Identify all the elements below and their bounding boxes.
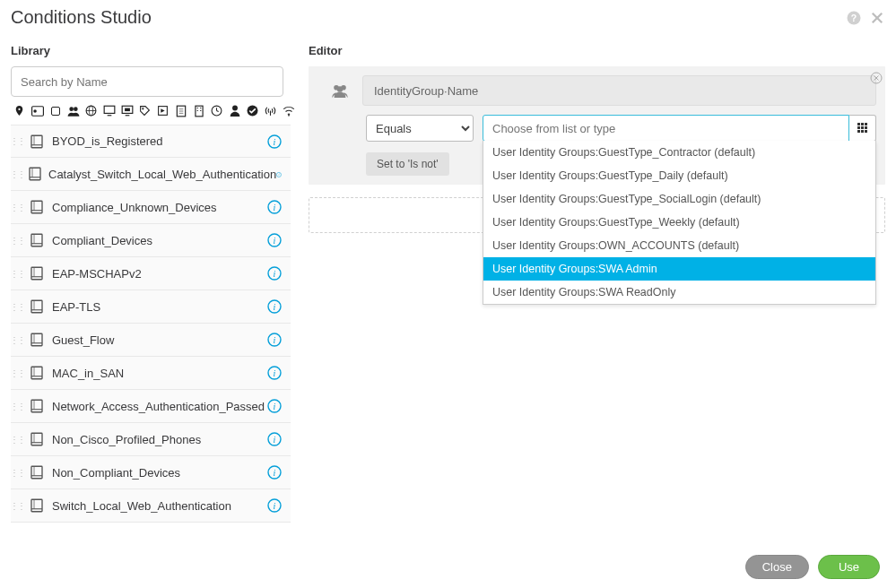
svg-text:?: ? [851,12,857,22]
clear-condition-icon[interactable] [870,72,883,84]
condition-icon [27,264,47,283]
svg-rect-23 [195,106,202,117]
library-item[interactable]: ⋮⋮EAP-MSCHAPv2i [11,257,291,290]
condition-icon [27,496,47,515]
attribute-field[interactable]: IdentityGroup·Name [362,75,876,106]
tag-icon[interactable] [136,102,153,119]
info-icon[interactable]: i [267,200,282,214]
drag-handle-icon[interactable]: ⋮⋮ [11,257,23,290]
condition-icon [27,297,47,316]
library-item[interactable]: ⋮⋮Switch_Local_Web_Authenticationi [11,489,291,523]
info-icon[interactable]: i [267,432,282,446]
svg-rect-12 [104,106,115,113]
info-icon[interactable]: i [267,465,282,480]
drag-handle-icon[interactable]: ⋮⋮ [11,357,23,389]
library-panel: Library ⋮⋮BYOD_is_Registeredi⋮⋮Catalyst_… [0,33,309,523]
info-icon[interactable]: i [267,266,282,281]
library-item[interactable]: ⋮⋮BYOD_is_Registeredi [11,125,291,158]
svg-rect-90 [31,499,42,512]
monitor-icon[interactable] [100,102,117,119]
pin-icon[interactable] [11,102,28,119]
check-icon[interactable] [244,102,261,119]
set-isnot-button[interactable]: Set to 'Is not' [366,152,449,176]
info-icon[interactable]: i [276,167,282,181]
building-icon[interactable] [190,102,207,119]
info-icon[interactable]: i [267,333,282,347]
library-item[interactable]: ⋮⋮Non_Cisco_Profiled_Phonesi [11,423,291,456]
svg-rect-85 [31,466,42,479]
library-item-label: EAP-TLS [52,300,267,314]
close-button[interactable]: Close [745,555,809,579]
library-item[interactable]: ⋮⋮EAP-TLSi [11,290,291,324]
doc-icon[interactable] [172,102,189,119]
antenna-icon[interactable] [262,102,279,119]
operator-select[interactable]: Equals [366,115,474,142]
svg-text:i: i [274,368,276,378]
library-item-label: MAC_in_SAN [52,367,267,380]
dropdown-item[interactable]: User Identity Groups:SWA ReadOnly [483,281,875,304]
info-icon[interactable]: i [267,134,282,149]
svg-point-17 [142,108,144,109]
square-icon[interactable] [47,102,64,119]
info-icon[interactable]: i [267,498,282,513]
value-input[interactable] [483,115,849,142]
library-item[interactable]: ⋮⋮Non_Compliant_Devicesi [11,456,291,489]
user-icon[interactable] [226,102,243,119]
svg-rect-70 [31,367,42,379]
identity-group-icon [318,83,362,98]
dropdown-item[interactable]: User Identity Groups:GuestType_Daily (de… [483,164,875,187]
info-icon[interactable]: i [267,399,282,413]
dropdown-item[interactable]: User Identity Groups:SWA Admin [483,257,875,281]
monitor2-icon[interactable] [118,102,135,119]
close-icon[interactable] [869,10,885,26]
svg-text:i: i [274,402,276,411]
svg-line-30 [217,111,219,112]
library-item[interactable]: ⋮⋮Catalyst_Switch_Local_Web_Authenticati… [11,158,291,191]
svg-rect-40 [30,168,40,180]
drag-handle-icon[interactable]: ⋮⋮ [11,290,23,323]
dropdown-item[interactable]: User Identity Groups:GuestType_Weekly (d… [483,211,875,234]
condition-icon [27,330,47,350]
info-icon[interactable]: i [267,233,282,247]
globe-icon[interactable] [83,102,100,119]
svg-point-100 [337,86,343,91]
value-picker-button[interactable] [849,115,876,142]
wifi-icon[interactable] [280,102,297,119]
search-input[interactable] [11,66,283,97]
library-item[interactable]: ⋮⋮Compliant_Devicesi [11,224,291,257]
category-icon-row [11,102,309,119]
library-item-label: BYOD_is_Registered [52,134,267,148]
svg-text:i: i [279,174,280,177]
svg-rect-45 [31,201,42,213]
svg-point-5 [33,109,37,113]
svg-text:i: i [274,501,276,511]
drag-handle-icon[interactable]: ⋮⋮ [11,456,23,489]
clock-icon[interactable] [208,102,225,119]
users-icon[interactable] [65,102,82,119]
info-icon[interactable]: i [267,299,282,314]
library-item[interactable]: ⋮⋮Guest_Flowi [11,324,291,357]
svg-rect-25 [200,107,201,108]
drag-handle-icon[interactable]: ⋮⋮ [11,224,23,256]
editor-panel: Editor IdentityGroup·Name Equals User Id… [309,33,896,523]
dropdown-item[interactable]: User Identity Groups:GuestType_Contracto… [483,141,875,164]
dropdown-item[interactable]: User Identity Groups:OWN_ACCOUNTS (defau… [483,234,875,257]
library-list: ⋮⋮BYOD_is_Registeredi⋮⋮Catalyst_Switch_L… [11,125,291,523]
drag-handle-icon[interactable]: ⋮⋮ [11,489,23,522]
info-icon[interactable]: i [267,366,282,380]
library-item[interactable]: ⋮⋮Compliance_Unknown_Devicesi [11,191,291,224]
drag-handle-icon[interactable]: ⋮⋮ [11,324,23,356]
dropdown-item[interactable]: User Identity Groups:GuestType_SocialLog… [483,187,875,211]
card-icon[interactable] [29,102,46,119]
arrow-icon[interactable] [154,102,171,119]
drag-handle-icon[interactable]: ⋮⋮ [11,158,23,190]
drag-handle-icon[interactable]: ⋮⋮ [11,125,23,157]
help-icon[interactable]: ? [846,10,862,26]
library-item[interactable]: ⋮⋮Network_Access_Authentication_Passedi [11,390,291,423]
library-item[interactable]: ⋮⋮MAC_in_SANi [11,357,291,390]
drag-handle-icon[interactable]: ⋮⋮ [11,191,23,223]
use-button[interactable]: Use [818,555,880,579]
drag-handle-icon[interactable]: ⋮⋮ [11,390,23,422]
drag-handle-icon[interactable]: ⋮⋮ [11,423,23,455]
library-item-label: Non_Compliant_Devices [52,466,267,480]
